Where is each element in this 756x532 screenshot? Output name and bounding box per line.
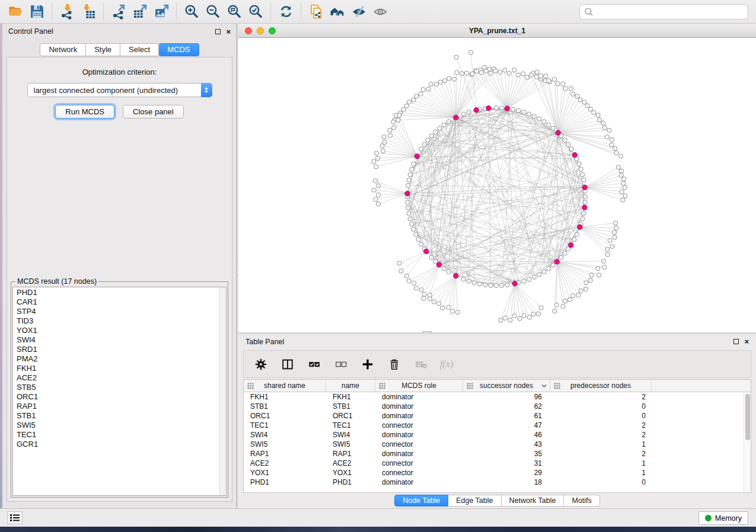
result-item[interactable]: TEC1 — [17, 430, 226, 440]
zoom-in-button[interactable] — [181, 2, 202, 22]
select-all-button[interactable] — [307, 357, 322, 372]
result-scrollbar[interactable] — [219, 287, 226, 495]
table-scrollbar[interactable] — [744, 392, 751, 492]
table-panel-title: Table Panel — [245, 338, 284, 346]
result-item[interactable]: YOX1 — [17, 326, 226, 335]
import-network-button[interactable] — [56, 2, 78, 22]
save-session-button[interactable] — [26, 2, 47, 22]
minimize-window-icon[interactable] — [257, 27, 264, 34]
table-cell: 31 — [463, 459, 550, 468]
table-scrollbar-thumb[interactable] — [745, 394, 750, 440]
float-panel-icon[interactable] — [215, 29, 221, 34]
result-item[interactable]: RAP1 — [17, 402, 226, 411]
zoom-selected-button[interactable] — [245, 2, 266, 22]
column-header-name[interactable]: name — [326, 380, 375, 392]
import-table-button[interactable] — [78, 2, 99, 22]
close-panel-button[interactable]: Close panel — [123, 105, 184, 118]
tab-motifs[interactable]: Motifs — [564, 495, 599, 507]
add-column-button[interactable] — [360, 357, 375, 372]
table-row[interactable]: FKH1FKH1dominator962 — [244, 392, 744, 402]
result-item[interactable]: PHD1 — [17, 288, 226, 297]
tab-style[interactable]: Style — [86, 43, 120, 56]
show-columns-button[interactable] — [280, 357, 295, 372]
search-box[interactable] — [579, 4, 748, 20]
run-mcds-button[interactable]: Run MCDS — [55, 105, 114, 118]
table-row[interactable]: ACE2ACE2connector311 — [244, 459, 744, 468]
result-item[interactable]: GCR1 — [17, 440, 226, 449]
hide-selected-button[interactable] — [348, 2, 369, 22]
table-cell: ACE2 — [244, 459, 326, 468]
result-item[interactable]: SWI4 — [17, 335, 226, 345]
table-row[interactable]: STB1STB1dominator620 — [244, 402, 744, 411]
table-cell: 0 — [550, 411, 652, 421]
table-cell: dominator — [375, 411, 463, 421]
table-cell: dominator — [375, 430, 463, 440]
delete-column-button[interactable] — [387, 357, 402, 372]
export-image-button[interactable] — [151, 2, 172, 22]
table-row[interactable]: YOX1YOX1connector291 — [244, 468, 744, 477]
tab-edge-table[interactable]: Edge Table — [448, 495, 501, 507]
delete-table-button-disabled[interactable] — [413, 357, 429, 372]
table-row[interactable]: ORC1ORC1dominator610 — [244, 411, 744, 421]
result-item[interactable]: STP4 — [17, 307, 226, 316]
unselect-all-button[interactable] — [333, 357, 349, 372]
search-icon — [584, 7, 594, 17]
memory-button[interactable]: Memory — [698, 511, 748, 525]
result-item[interactable]: ACE2 — [17, 373, 226, 383]
refresh-button[interactable] — [275, 2, 296, 22]
function-builder-icon[interactable]: f(x) — [440, 359, 453, 370]
column-header-shared-name[interactable]: shared name — [244, 380, 326, 392]
column-header-successor-nodes[interactable]: successor nodes — [463, 380, 550, 392]
table-cell: 1 — [550, 459, 652, 468]
search-input[interactable] — [596, 8, 744, 16]
result-item[interactable]: SRD1 — [17, 345, 226, 354]
tab-network[interactable]: Network — [40, 43, 86, 56]
open-file-button[interactable] — [5, 2, 26, 22]
column-header-predecessor-nodes[interactable]: predecessor nodes — [550, 380, 652, 392]
result-item[interactable]: FKH1 — [17, 364, 226, 373]
table-row[interactable]: TEC1TEC1connector472 — [244, 421, 744, 430]
first-neighbors-button[interactable] — [327, 2, 348, 22]
mcds-result-list: PHD1CAR1STP4TID3YOX1SWI4SRD1PMA2FKH1ACE2… — [12, 287, 227, 496]
export-table-button[interactable] — [129, 2, 151, 22]
result-item[interactable]: TID3 — [17, 316, 226, 326]
mcds-result-title: MCDS result (17 nodes) — [15, 277, 98, 286]
column-header-MCDS-role[interactable]: MCDS role — [375, 380, 463, 392]
tab-mcds[interactable]: MCDS — [159, 43, 199, 56]
duplicate-network-button[interactable] — [305, 2, 327, 22]
result-item[interactable]: ORC1 — [17, 392, 226, 402]
close-window-icon[interactable] — [245, 27, 252, 34]
close-panel-icon[interactable]: × — [226, 29, 231, 34]
criterion-dropdown[interactable]: largest connected component (undirected) — [27, 83, 212, 97]
table-cell: dominator — [375, 477, 463, 487]
close-table-panel-icon[interactable]: × — [744, 339, 749, 344]
export-network-button[interactable] — [108, 2, 129, 22]
result-item[interactable]: SWI5 — [17, 421, 226, 430]
table-row[interactable]: RAP1RAP1dominator352 — [244, 449, 744, 459]
tab-node-table[interactable]: Node Table — [394, 495, 448, 507]
result-item[interactable]: STB1 — [17, 411, 226, 421]
result-item[interactable]: CAR1 — [17, 297, 226, 307]
network-canvas[interactable] — [238, 38, 756, 332]
zoom-fit-button[interactable] — [224, 2, 245, 22]
network-window-titlebar[interactable]: YPA_prune.txt_1 — [238, 24, 756, 38]
tab-select[interactable]: Select — [120, 43, 159, 56]
tab-network-table[interactable]: Network Table — [502, 495, 564, 507]
float-table-panel-icon[interactable] — [733, 339, 739, 344]
result-item[interactable]: PMA2 — [17, 354, 226, 364]
zoom-out-button[interactable] — [202, 2, 224, 22]
table-row[interactable]: SWI4SWI4dominator462 — [244, 430, 744, 440]
table-row[interactable]: SWI5SWI5connector431 — [244, 440, 744, 449]
mcds-result-group: MCDS result (17 nodes) PHD1CAR1STP4TID3Y… — [11, 277, 228, 498]
control-panel-tabs: NetworkStyleSelectMCDS — [2, 43, 237, 56]
maximize-window-icon[interactable] — [269, 27, 276, 34]
table-settings-button[interactable] — [253, 357, 269, 372]
table-cell: 43 — [463, 440, 550, 449]
show-all-button[interactable] — [369, 2, 391, 22]
memory-status-icon — [705, 515, 712, 521]
task-history-button[interactable] — [7, 511, 23, 524]
zoom-out-icon — [205, 4, 221, 20]
table-cell: SWI5 — [244, 440, 326, 449]
result-item[interactable]: STB5 — [17, 383, 226, 392]
table-row[interactable]: PHD1PHD1dominator180 — [244, 477, 744, 487]
